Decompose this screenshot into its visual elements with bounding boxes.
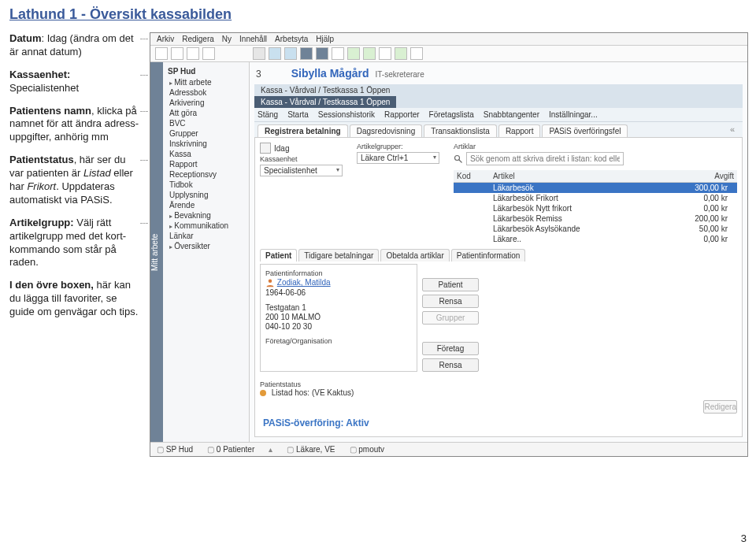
doc-title: Lathund 1 - Översikt kassabilden <box>0 0 756 32</box>
patientinfo-box: Patientinformation Zodiak, Matilda 1964-… <box>260 264 417 372</box>
sidebar-item[interactable]: Ärende <box>165 200 247 210</box>
sidebar-item[interactable]: Adressbok <box>165 87 247 98</box>
subtab-registrera[interactable]: Registrera betalning <box>258 124 348 137</box>
menu-hjalp[interactable]: Hjälp <box>316 35 334 43</box>
tb-icon-13[interactable] <box>379 47 391 60</box>
note-datum: Datum: Idag (ändra om det är annat datum… <box>9 32 140 59</box>
patient-tabs: Patient Tidigare betalningar Obetalda ar… <box>260 249 737 262</box>
ptab-patientinfo[interactable]: Patientinformation <box>451 249 526 262</box>
sidebar-item[interactable]: Kassa <box>165 149 247 159</box>
sub-foretagslista[interactable]: Företagslista <box>429 110 474 119</box>
sidebar-item[interactable]: Att göra <box>165 108 247 118</box>
sidebar-item[interactable]: Arkivering <box>165 98 247 108</box>
tb-icon-11[interactable] <box>347 47 360 60</box>
table-row[interactable]: Läkarbesök Asylsökande50,00 kr <box>454 224 737 234</box>
table-row[interactable]: Läkarbesök Nytt frikort0,00 kr <box>454 203 737 213</box>
tb-icon-2[interactable] <box>171 47 183 60</box>
tb-icon-12[interactable] <box>363 47 376 60</box>
table-row[interactable]: Läkarbesök Frikort0,00 kr <box>454 193 737 203</box>
sub-rapporter[interactable]: Rapporter <box>384 110 419 119</box>
sidebar-item[interactable]: Grupper <box>165 128 247 139</box>
subtab-dagsredovisning[interactable]: Dagsredovisning <box>350 124 423 137</box>
sidebar-item[interactable]: Bevakning <box>165 210 247 221</box>
artikelgrupper-select[interactable]: Läkare Ctrl+1 <box>357 152 439 164</box>
note-artikelgrupp: Artikelgrupp: Välj rätt artikelgrupp med… <box>9 217 140 270</box>
tb-icon-9[interactable] <box>316 47 328 60</box>
menu-arkiv[interactable]: Arkiv <box>157 35 174 43</box>
sidebar-item[interactable]: Kommunikation <box>165 221 247 231</box>
tb-icon-8[interactable] <box>300 47 313 60</box>
toolbar <box>150 46 747 62</box>
subtab-pasisfel[interactable]: PASiS överföringsfel <box>542 124 628 137</box>
tb-icon-10[interactable] <box>332 47 344 60</box>
sidebar-item[interactable]: Receptionsvy <box>165 169 247 180</box>
sub-stang[interactable]: Stäng <box>258 110 278 119</box>
subtab-rapport[interactable]: Rapport <box>498 124 541 137</box>
statusbar: SP Hud 0 Patienter ▴ Läkare, VE pmoutv <box>150 442 747 456</box>
col-avgift[interactable]: Avgift <box>656 170 737 183</box>
worktab-2[interactable]: Kassa - Vårdval / Testkassa 1 Öppen <box>254 96 396 108</box>
btn-rensa-1[interactable]: Rensa <box>422 295 479 308</box>
patient-name[interactable]: Sibylla Mågård <box>291 67 369 80</box>
patient-addr2: 200 10 MALMÖ <box>265 313 412 321</box>
menu-ny[interactable]: Ny <box>222 35 232 43</box>
date-label: Idag <box>274 144 289 153</box>
tb-icon-5[interactable] <box>253 47 265 60</box>
menu-arbetsyta[interactable]: Arbetsyta <box>275 35 308 43</box>
pinfo-head: Patientinformation <box>265 269 412 277</box>
sub-sessionshistorik[interactable]: Sessionshistorik <box>318 110 375 119</box>
reg-panel: Idag Kassaenhet Specialistenhet Artikelg… <box>254 137 743 437</box>
sidebar: SP Hud Mitt arbeteAdressbokArkiveringAtt… <box>163 62 250 442</box>
ptab-obetalda[interactable]: Obetalda artiklar <box>380 249 449 262</box>
artiklar-search[interactable] <box>466 152 624 165</box>
sidebar-item[interactable]: Upplysning <box>165 190 247 200</box>
annotation-column: Datum: Idag (ändra om det är annat datum… <box>0 32 150 457</box>
subtab-transaktionslista[interactable]: Transaktionslista <box>424 124 497 137</box>
sidebar-item[interactable]: Rapport <box>165 159 247 169</box>
patientstatus-row: Listad hos: (VE Kaktus) <box>260 388 737 397</box>
search-icon <box>454 154 463 164</box>
sub-snabbtangenter[interactable]: Snabbtangenter <box>484 110 539 119</box>
collapse-icon[interactable]: « <box>730 124 739 137</box>
table-row[interactable]: Läkarbesök300,00 kr <box>454 183 737 194</box>
tb-icon-15[interactable] <box>410 47 423 60</box>
sub-starta[interactable]: Starta <box>287 110 309 119</box>
tb-icon-14[interactable] <box>395 47 407 60</box>
sidebar-item[interactable]: Tidbok <box>165 180 247 190</box>
patient-addr1: Testgatan 1 <box>265 303 412 312</box>
tb-icon-7[interactable] <box>284 47 297 60</box>
col-kod[interactable]: Kod <box>454 170 490 183</box>
status-sphud: SP Hud <box>157 445 193 454</box>
col-artikel[interactable]: Artikel <box>490 170 656 183</box>
menu-redigera[interactable]: Redigera <box>182 35 214 43</box>
menu-innehall[interactable]: Innehåll <box>239 35 267 43</box>
tb-icon-6[interactable] <box>269 47 281 60</box>
worktab-1[interactable]: Kassa - Vårdval / Testkassa 1 Öppen <box>254 84 396 96</box>
table-row[interactable]: Läkarbesök Remiss200,00 kr <box>454 213 737 224</box>
btn-rensa-2[interactable]: Rensa <box>422 358 479 372</box>
kassaenhet-select[interactable]: Specialistenhet <box>260 165 343 176</box>
sidebar-item[interactable]: Inskrivning <box>165 139 247 149</box>
tb-icon-1[interactable] <box>155 47 168 60</box>
ptab-patient[interactable]: Patient <box>260 249 297 262</box>
mitt-arbete-strip[interactable]: Mitt arbete <box>150 62 163 442</box>
patient-link[interactable]: Zodiak, Matilda <box>277 278 331 287</box>
sidebar-item[interactable]: Mitt arbete <box>165 77 247 87</box>
btn-redigera[interactable]: Redigera <box>703 400 737 414</box>
sidebar-item[interactable]: Länkar <box>165 231 247 241</box>
tb-icon-4[interactable] <box>202 47 215 60</box>
tb-icon-3[interactable] <box>187 47 199 60</box>
calendar-icon[interactable] <box>260 143 271 154</box>
btn-foretag[interactable]: Företag <box>422 342 479 355</box>
page-number: 3 <box>741 532 747 544</box>
sub-toolbar: Stäng Starta Sessionshistorik Rapporter … <box>254 108 743 122</box>
sidebar-item[interactable]: BVC <box>165 118 247 128</box>
sidebar-item[interactable]: Översikter <box>165 241 247 251</box>
status-lakare: Läkare, VE <box>287 445 335 454</box>
btn-patient[interactable]: Patient <box>422 278 479 291</box>
status-pmoutv: pmoutv <box>350 445 385 454</box>
ptab-tidigare[interactable]: Tidigare betalningar <box>298 249 379 262</box>
btn-grupper[interactable]: Grupper <box>422 311 479 325</box>
sub-installningar[interactable]: Inställningar... <box>549 110 598 119</box>
table-row[interactable]: Läkare..0,00 kr <box>454 234 737 244</box>
